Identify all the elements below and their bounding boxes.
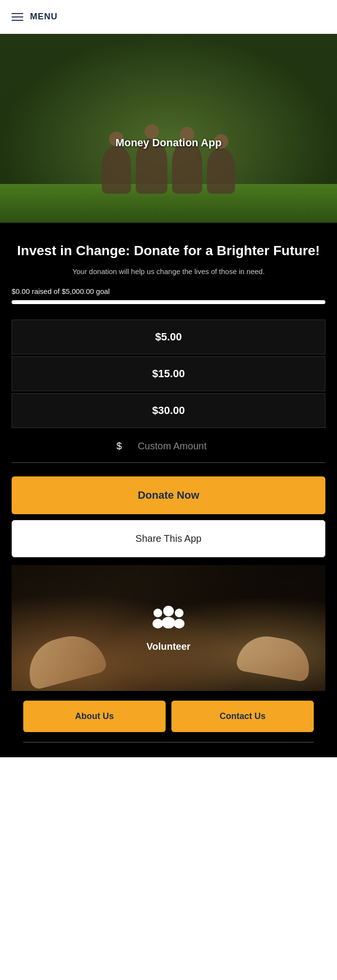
about-us-button[interactable]: About Us bbox=[23, 701, 166, 732]
footer-buttons: About Us Contact Us bbox=[12, 691, 325, 742]
donation-option-30[interactable]: $30.00 bbox=[12, 393, 325, 428]
donation-option-5[interactable]: $5.00 bbox=[12, 320, 325, 354]
svg-point-2 bbox=[153, 609, 162, 617]
svg-point-0 bbox=[163, 606, 174, 616]
menu-icon[interactable] bbox=[12, 13, 23, 21]
svg-point-4 bbox=[175, 609, 184, 617]
svg-point-3 bbox=[153, 619, 163, 628]
progress-bar-track bbox=[12, 300, 325, 304]
header-title: MENU bbox=[30, 12, 58, 22]
footer-divider bbox=[23, 742, 314, 743]
currency-symbol: $ bbox=[116, 441, 122, 452]
donate-now-button[interactable]: Donate Now bbox=[12, 476, 325, 514]
hero-section: Money Donation App bbox=[0, 34, 337, 223]
custom-amount-input[interactable] bbox=[124, 441, 221, 452]
svg-point-1 bbox=[162, 617, 175, 628]
main-subheading: Your donation will help us change the li… bbox=[12, 267, 325, 276]
share-app-button[interactable]: Share This App bbox=[12, 520, 325, 557]
svg-point-5 bbox=[174, 619, 184, 628]
volunteer-icon bbox=[149, 604, 188, 635]
volunteer-section: Volunteer bbox=[12, 565, 325, 691]
contact-us-button[interactable]: Contact Us bbox=[171, 701, 314, 732]
main-heading: Invest in Change: Donate for a Brighter … bbox=[12, 242, 325, 260]
donation-option-15[interactable]: $15.00 bbox=[12, 356, 325, 391]
main-content: Invest in Change: Donate for a Brighter … bbox=[0, 223, 337, 757]
hero-title: Money Donation App bbox=[115, 137, 221, 149]
volunteer-label: Volunteer bbox=[147, 641, 191, 652]
custom-amount-row: $ bbox=[12, 430, 325, 463]
app-header: MENU bbox=[0, 0, 337, 34]
progress-label: $0.00 raised of $5,000.00 goal bbox=[12, 287, 325, 295]
